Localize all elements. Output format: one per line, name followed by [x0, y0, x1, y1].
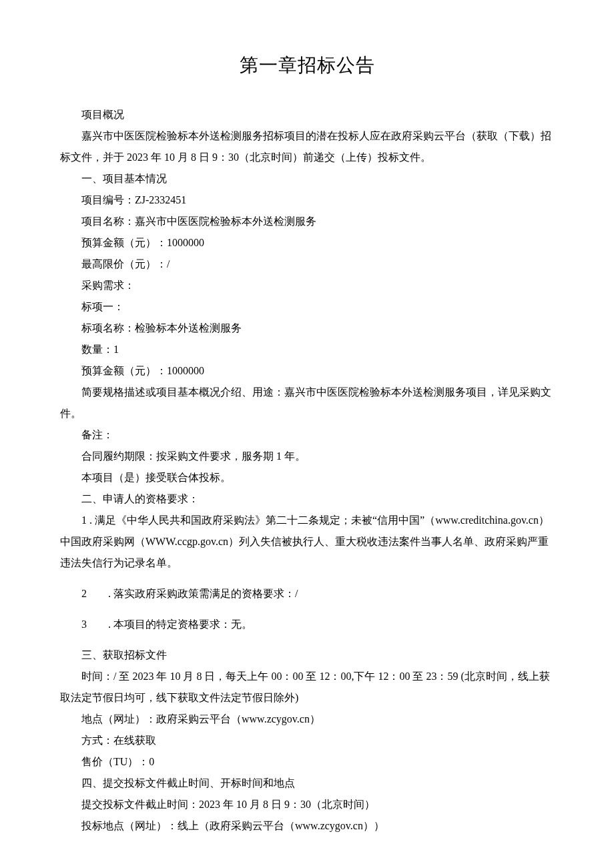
obtain-time: 时间：/ 至 2023 年 10 月 8 日，每天上午 00：00 至 12：0…	[60, 666, 554, 709]
lot-budget: 预算金额（元）：1000000	[60, 360, 554, 382]
consortium-bid: 本项目（是）接受联合体投标。	[60, 467, 554, 488]
procurement-needs-label: 采购需求：	[60, 275, 554, 296]
lot-name: 标项名称：检验标本外送检测服务	[60, 318, 554, 339]
chapter-title: 第一章招标公告	[60, 47, 554, 84]
quantity: 数量：1	[60, 339, 554, 360]
budget-amount: 预算金额（元）：1000000	[60, 232, 554, 254]
bid-location: 投标地点（网址）：线上（政府采购云平台（www.zcygov.cn））	[60, 815, 554, 837]
price: 售价（TU）：0	[60, 751, 554, 773]
submit-deadline: 提交投标文件截止时间：2023 年 10 月 8 日 9：30（北京时间）	[60, 794, 554, 815]
contract-period: 合同履约期限：按采购文件要求，服务期 1 年。	[60, 446, 554, 467]
section-3-heading: 三、获取招标文件	[60, 644, 554, 666]
qualification-req-1: 1 . 满足《中华人民共和国政府采购法》第二十二条规定；未被“信用中国”（www…	[60, 510, 554, 574]
obtain-method: 方式：在线获取	[60, 730, 554, 751]
project-number: 项目编号：ZJ-2332451	[60, 189, 554, 211]
obtain-location: 地点（网址）：政府采购云平台（www.zcygov.cn）	[60, 709, 554, 730]
lot-one-label: 标项一：	[60, 296, 554, 318]
section-1-heading: 一、项目基本情况	[60, 168, 554, 189]
section-2-heading: 二、申请人的资格要求：	[60, 488, 554, 510]
brief-description: 简要规格描述或项目基本概况介绍、用途：嘉兴市中医医院检验标本外送检测服务项目，详…	[60, 382, 554, 424]
qualification-req-3: 3 . 本项目的特定资格要求：无。	[60, 614, 554, 635]
project-name: 项目名称：嘉兴市中医医院检验标本外送检测服务	[60, 211, 554, 232]
project-overview-label: 项目概况	[60, 104, 554, 125]
max-limit: 最高限价（元）：/	[60, 254, 554, 275]
project-overview-text: 嘉兴市中医医院检验标本外送检测服务招标项目的潜在投标人应在政府采购云平台（获取（…	[60, 125, 554, 168]
qualification-req-2: 2 . 落实政府采购政策需满足的资格要求：/	[60, 583, 554, 604]
remarks-label: 备注：	[60, 424, 554, 446]
section-4-heading: 四、提交投标文件截止时间、开标时间和地点	[60, 773, 554, 794]
